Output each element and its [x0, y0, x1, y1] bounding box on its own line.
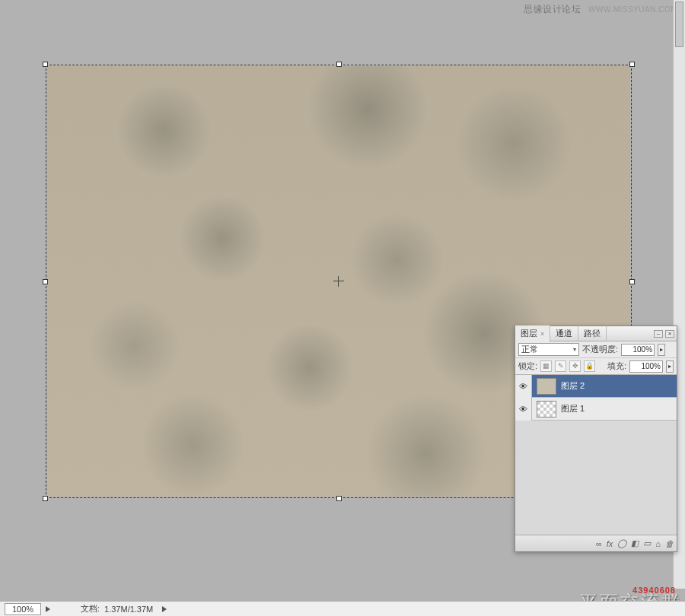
- lock-position-icon[interactable]: ✥: [569, 360, 581, 372]
- watermark-url: WWW.MISSYUAN.COM: [588, 5, 677, 14]
- layer-fx-icon[interactable]: fx: [607, 539, 613, 548]
- layer-name[interactable]: 图层 1: [561, 403, 585, 414]
- visibility-eye-icon[interactable]: 👁: [515, 398, 532, 421]
- tab-close-icon[interactable]: ×: [540, 330, 544, 338]
- layers-list: 👁 图层 2 👁 图层 1: [515, 375, 677, 535]
- doc-size-value: 1.37M/1.37M: [104, 605, 153, 614]
- doc-size-label: 文档:: [81, 603, 100, 614]
- blend-opacity-row: 正常 ▾ 不透明度: 100% ▸: [515, 341, 677, 358]
- group-icon[interactable]: ▭: [643, 538, 651, 548]
- layer-thumbnail[interactable]: [537, 401, 556, 418]
- status-bar: 100% 文档: 1.37M/1.37M: [0, 601, 685, 616]
- watermark-forum: 思缘设计论坛: [524, 4, 581, 14]
- new-layer-icon[interactable]: ⌂: [655, 539, 661, 548]
- blend-mode-value: 正常: [521, 344, 538, 355]
- fill-flyout-icon[interactable]: ▸: [666, 360, 674, 373]
- lock-pixels-icon[interactable]: ✎: [555, 360, 566, 372]
- tab-layers-label: 图层: [521, 329, 537, 338]
- lock-label: 锁定:: [518, 360, 537, 372]
- handle-top-right[interactable]: [629, 62, 635, 67]
- doc-size-display: 文档: 1.37M/1.37M: [81, 603, 167, 614]
- layer-row[interactable]: 👁 图层 1: [515, 398, 677, 421]
- layer-row[interactable]: 👁 图层 2: [515, 375, 677, 398]
- blend-mode-select[interactable]: 正常 ▾: [518, 343, 579, 356]
- trash-icon[interactable]: 🗑: [665, 539, 674, 548]
- doc-flyout-icon[interactable]: [162, 606, 167, 612]
- handle-bot-mid[interactable]: [336, 496, 342, 501]
- panel-footer: ∞ fx ◯ ◧ ▭ ⌂ 🗑: [515, 535, 677, 551]
- opacity-input[interactable]: 100%: [621, 344, 655, 356]
- link-layers-icon[interactable]: ∞: [596, 539, 602, 548]
- layers-panel: 图层× 通道 路径 – × 正常 ▾ 不透明度: 100% ▸ 锁定: ▦ ✎ …: [515, 325, 677, 552]
- layer-mask-icon[interactable]: ◯: [617, 538, 626, 548]
- layer-thumbnail[interactable]: [537, 378, 556, 395]
- opacity-label: 不透明度:: [582, 344, 618, 355]
- handle-mid-left[interactable]: [43, 279, 48, 284]
- watermark: 思缘设计论坛 WWW.MISSYUAN.COM: [524, 3, 677, 16]
- handle-mid-right[interactable]: [629, 279, 635, 284]
- fill-input[interactable]: 100%: [629, 360, 663, 373]
- visibility-eye-icon[interactable]: 👁: [515, 375, 532, 398]
- handle-bot-left[interactable]: [43, 496, 48, 501]
- tab-layers[interactable]: 图层×: [515, 325, 550, 342]
- tab-paths[interactable]: 路径: [578, 325, 607, 341]
- layer-name[interactable]: 图层 2: [561, 380, 585, 392]
- zoom-flyout-icon[interactable]: [46, 606, 50, 612]
- panel-minimize-icon[interactable]: –: [654, 330, 663, 338]
- handle-top-mid[interactable]: [336, 62, 342, 67]
- handle-top-left[interactable]: [43, 62, 48, 67]
- adjustment-layer-icon[interactable]: ◧: [631, 538, 639, 548]
- lock-all-icon[interactable]: 🔒: [584, 360, 595, 372]
- lock-transparency-icon[interactable]: ▦: [540, 360, 552, 372]
- chevron-down-icon: ▾: [573, 346, 576, 353]
- zoom-input[interactable]: 100%: [5, 603, 41, 615]
- opacity-flyout-icon[interactable]: ▸: [658, 344, 665, 356]
- panel-close-icon[interactable]: ×: [665, 330, 674, 338]
- scrollbar-thumb[interactable]: [675, 2, 683, 47]
- tab-channels[interactable]: 通道: [550, 325, 578, 341]
- lock-fill-row: 锁定: ▦ ✎ ✥ 🔒 填充: 100% ▸: [515, 358, 677, 375]
- fill-label: 填充:: [607, 360, 626, 372]
- transform-center-icon[interactable]: [333, 276, 344, 287]
- panel-header: 图层× 通道 路径 – ×: [515, 326, 677, 341]
